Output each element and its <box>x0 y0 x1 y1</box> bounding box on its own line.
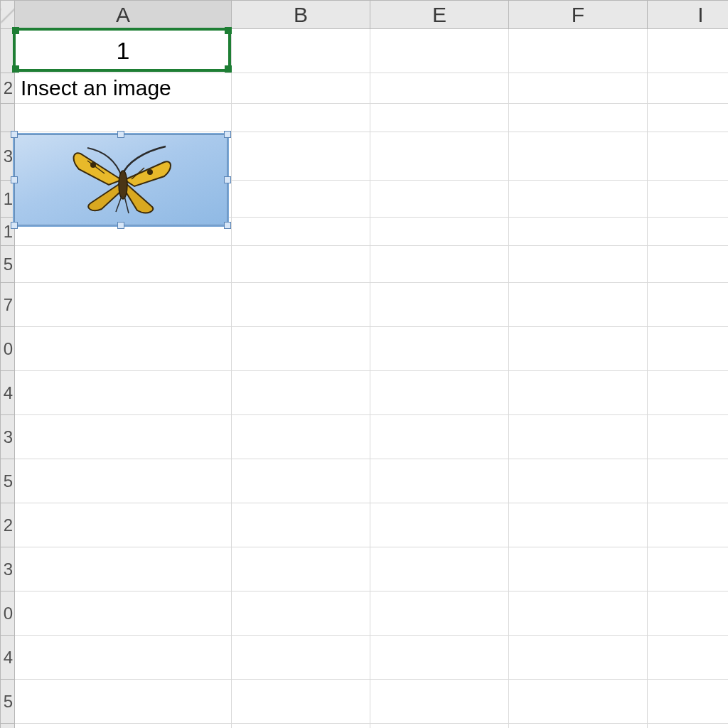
cell-A1[interactable]: 1 <box>15 29 232 73</box>
cell[interactable] <box>370 283 509 327</box>
cell[interactable] <box>648 181 729 218</box>
row-header[interactable]: 2 <box>1 724 15 729</box>
cell[interactable] <box>370 246 509 283</box>
cell[interactable] <box>370 327 509 371</box>
column-header-I[interactable]: I <box>648 1 729 29</box>
cell[interactable] <box>370 459 509 503</box>
cell[interactable] <box>15 503 232 547</box>
cell[interactable] <box>648 459 729 503</box>
cell[interactable] <box>509 592 648 636</box>
cell[interactable] <box>15 371 232 415</box>
spreadsheet-grid[interactable]: A B E F I 1 2 Insect an image <box>0 0 728 728</box>
column-header-B[interactable]: B <box>232 1 370 29</box>
cell[interactable] <box>232 246 370 283</box>
resize-handle[interactable] <box>11 131 18 138</box>
cell[interactable] <box>232 104 370 132</box>
cell-B2[interactable] <box>232 73 370 104</box>
cell[interactable] <box>232 724 370 729</box>
cell[interactable] <box>15 246 232 283</box>
cell[interactable] <box>15 680 232 724</box>
cell[interactable] <box>648 283 729 327</box>
cell[interactable] <box>648 503 729 547</box>
cell[interactable] <box>15 104 232 132</box>
cell[interactable] <box>370 218 509 246</box>
cell[interactable] <box>232 503 370 547</box>
cell[interactable] <box>370 592 509 636</box>
cell[interactable] <box>370 680 509 724</box>
cell[interactable] <box>509 459 648 503</box>
resize-handle[interactable] <box>224 131 231 138</box>
cell[interactable] <box>370 371 509 415</box>
row-header[interactable]: 2 <box>1 503 15 547</box>
cell[interactable] <box>509 680 648 724</box>
row-header[interactable]: 7 <box>1 283 15 327</box>
cell[interactable] <box>232 132 370 181</box>
cell[interactable] <box>370 503 509 547</box>
cell[interactable] <box>509 181 648 218</box>
cell[interactable] <box>370 181 509 218</box>
cell[interactable] <box>648 547 729 592</box>
cell[interactable] <box>509 547 648 592</box>
row-header[interactable]: 0 <box>1 327 15 371</box>
cell[interactable] <box>232 327 370 371</box>
cell[interactable] <box>648 132 729 181</box>
cell[interactable] <box>232 459 370 503</box>
cell[interactable] <box>648 371 729 415</box>
inserted-image[interactable] <box>14 134 228 225</box>
row-header[interactable]: 5 <box>1 680 15 724</box>
cell-F1[interactable] <box>509 29 648 73</box>
row-header-1[interactable] <box>1 29 15 73</box>
cell[interactable] <box>509 636 648 680</box>
cell[interactable] <box>15 592 232 636</box>
cell[interactable] <box>648 724 729 729</box>
cell[interactable] <box>232 547 370 592</box>
row-header[interactable]: 4 <box>1 371 15 415</box>
cell[interactable] <box>648 592 729 636</box>
cell[interactable] <box>370 104 509 132</box>
cell[interactable] <box>648 218 729 246</box>
resize-handle[interactable] <box>224 222 231 229</box>
resize-handle[interactable] <box>117 131 124 138</box>
resize-handle[interactable] <box>117 222 124 229</box>
row-header-3[interactable] <box>1 104 15 132</box>
cell[interactable] <box>509 371 648 415</box>
cell[interactable] <box>15 636 232 680</box>
cell[interactable] <box>648 680 729 724</box>
row-header[interactable]: 1 <box>1 181 15 218</box>
cell[interactable] <box>648 246 729 283</box>
cell-I2[interactable] <box>648 73 729 104</box>
cell[interactable] <box>232 415 370 459</box>
row-header[interactable]: 5 <box>1 246 15 283</box>
cell[interactable] <box>15 547 232 592</box>
cell[interactable] <box>370 724 509 729</box>
cell[interactable] <box>509 327 648 371</box>
resize-handle[interactable] <box>11 176 18 183</box>
cell[interactable] <box>15 327 232 371</box>
row-header-2[interactable]: 2 <box>1 73 15 104</box>
cell[interactable] <box>648 636 729 680</box>
row-header[interactable]: 3 <box>1 415 15 459</box>
cell[interactable] <box>509 415 648 459</box>
cell[interactable] <box>509 503 648 547</box>
cell[interactable] <box>370 132 509 181</box>
cell[interactable] <box>370 547 509 592</box>
cell-B1[interactable] <box>232 29 370 73</box>
cell[interactable] <box>232 218 370 246</box>
cell[interactable] <box>648 327 729 371</box>
cell-I1[interactable] <box>648 29 729 73</box>
row-header[interactable]: 0 <box>1 592 15 636</box>
resize-handle[interactable] <box>224 176 231 183</box>
cell[interactable] <box>509 724 648 729</box>
cell[interactable] <box>509 218 648 246</box>
cell[interactable] <box>15 724 232 729</box>
resize-handle[interactable] <box>11 222 18 229</box>
cell[interactable] <box>509 132 648 181</box>
cell[interactable] <box>232 680 370 724</box>
cell[interactable] <box>15 415 232 459</box>
cell[interactable] <box>232 371 370 415</box>
cell[interactable] <box>648 415 729 459</box>
cell-E2[interactable] <box>370 73 509 104</box>
cell[interactable] <box>15 283 232 327</box>
column-header-F[interactable]: F <box>509 1 648 29</box>
cell-F2[interactable] <box>509 73 648 104</box>
